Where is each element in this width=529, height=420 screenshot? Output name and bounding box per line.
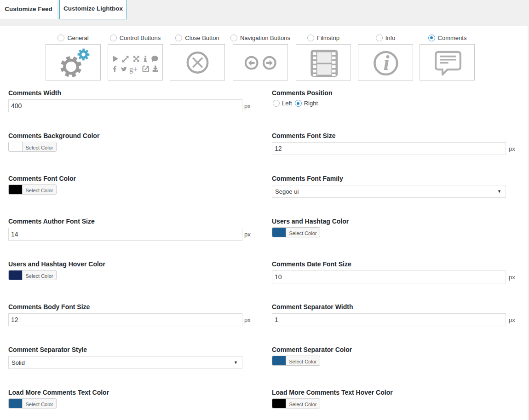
svg-text:g+: g+: [129, 65, 138, 74]
svg-text:i: i: [383, 51, 389, 75]
